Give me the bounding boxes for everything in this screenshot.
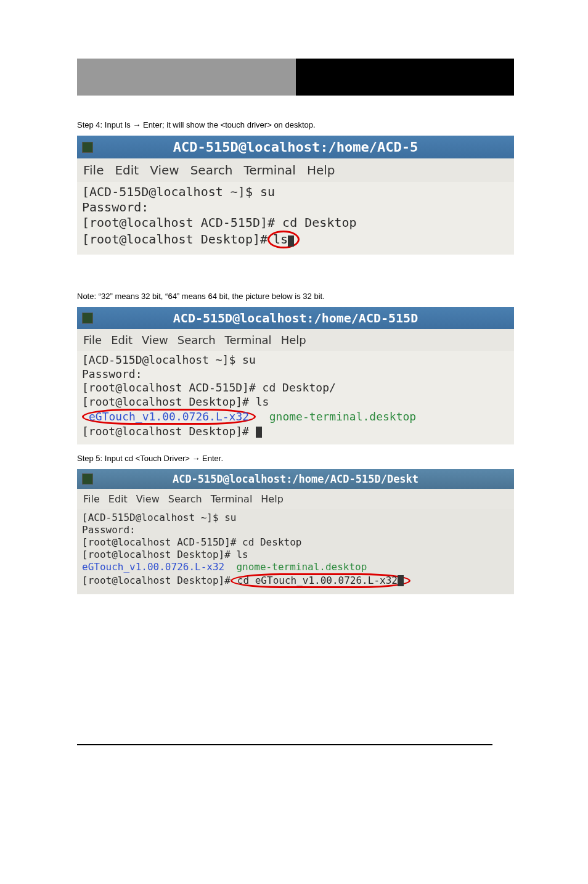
cursor — [398, 575, 404, 586]
file-name: gnome-terminal.desktop — [224, 561, 367, 573]
arrow-icon: → — [133, 120, 141, 129]
terminal-window-2: ACD-515D@localhost:/home/ACD-515D File E… — [77, 307, 514, 444]
menu-search[interactable]: Search — [168, 493, 202, 505]
terminal-line: [root@localhost ACD-515D]# cd Desktop — [82, 215, 509, 231]
cmd-cd: cd eGTouch_v1.00.0726.L-x32 — [237, 575, 398, 586]
prompt: [root@localhost Desktop]# — [82, 232, 267, 247]
menu-bar: File Edit View Search Terminal Help — [77, 158, 514, 182]
instr2-post: Enter. — [200, 454, 223, 463]
terminal-line: [ACD-515D@localhost ~]$ su — [82, 184, 509, 200]
terminal-line: [root@localhost ACD-515D]# cd Desktop — [82, 536, 509, 549]
window-title: ACD-515D@localhost:/home/ACD-515D/Deskt — [173, 473, 419, 485]
menu-help[interactable]: Help — [261, 493, 283, 505]
terminal-line: [root@localhost Desktop]# — [82, 425, 509, 439]
title-bar: ACD-515D@localhost:/home/ACD-515D/Deskt — [77, 469, 514, 489]
terminal-line: eGTouch_v1.00.0726.L-x32 gnome-terminal.… — [82, 561, 509, 573]
terminal-line: [root@localhost Desktop]# ls — [82, 395, 509, 409]
note-32-64: Note: “32” means 32 bit, “64” means 64 b… — [77, 292, 514, 301]
menu-file[interactable]: File — [83, 493, 100, 505]
menu-search[interactable]: Search — [190, 163, 233, 178]
app-icon — [82, 313, 93, 324]
terminal-body[interactable]: [ACD-515D@localhost ~]$ su Password: [ro… — [77, 351, 514, 444]
menu-bar: File Edit View Search Terminal Help — [77, 329, 514, 351]
dir-name: eGTouch_v1.00.0726.L-x32 — [82, 561, 224, 573]
terminal-window-1: ACD-515D@localhost:/home/ACD-5 File Edit… — [77, 136, 514, 255]
cursor — [288, 235, 294, 247]
terminal-line: [ACD-515D@localhost ~]$ su — [82, 353, 509, 367]
app-icon — [82, 473, 93, 485]
terminal-line: [root@localhost Desktop]# ls — [82, 549, 509, 561]
app-icon — [82, 142, 93, 153]
file-name: gnome-terminal.desktop — [256, 410, 416, 423]
window-title: ACD-515D@localhost:/home/ACD-515D — [173, 311, 418, 325]
terminal-line: Password: — [82, 200, 509, 215]
screenshot-1: ACD-515D@localhost:/home/ACD-5 File Edit… — [77, 136, 514, 255]
menu-help[interactable]: Help — [307, 163, 335, 178]
cursor — [256, 427, 262, 438]
terminal-line: [root@localhost ACD-515D]# cd Desktop/ — [82, 381, 509, 395]
tab-left — [77, 59, 296, 96]
prompt: [root@localhost Desktop]# — [82, 425, 256, 438]
menu-search[interactable]: Search — [178, 334, 216, 346]
menu-edit[interactable]: Edit — [111, 334, 133, 346]
terminal-window-3: ACD-515D@localhost:/home/ACD-515D/Deskt … — [77, 469, 514, 594]
highlight-circle: eGTouch_v1.00.0726.L-x32 — [82, 409, 256, 425]
highlight-circle: cd eGTouch_v1.00.0726.L-x32 — [231, 573, 410, 588]
terminal-line: [root@localhost Desktop]#ls — [82, 231, 509, 248]
footer-divider — [77, 744, 492, 745]
terminal-line: eGTouch_v1.00.0726.L-x32 gnome-terminal.… — [82, 409, 509, 425]
terminal-body[interactable]: [ACD-515D@localhost ~]$ su Password: [ro… — [77, 182, 514, 255]
menu-bar: File Edit View Search Terminal Help — [77, 489, 514, 509]
menu-edit[interactable]: Edit — [108, 493, 128, 505]
menu-help[interactable]: Help — [281, 334, 306, 346]
arrow-icon: → — [192, 454, 200, 463]
screenshot-3: ACD-515D@localhost:/home/ACD-515D/Deskt … — [77, 469, 514, 594]
tab-right — [296, 59, 515, 96]
terminal-line: Password: — [82, 367, 509, 382]
screenshot-2: ACD-515D@localhost:/home/ACD-515D File E… — [77, 307, 514, 444]
instr2-pre: Step 5: Input cd <Touch Driver> — [77, 454, 192, 463]
title-bar: ACD-515D@localhost:/home/ACD-515D — [77, 307, 514, 329]
menu-edit[interactable]: Edit — [115, 163, 139, 178]
menu-terminal[interactable]: Terminal — [243, 163, 296, 178]
header-tabs — [77, 59, 514, 96]
instruction-step5: Step 5: Input cd <Touch Driver> → Enter. — [77, 454, 514, 463]
instr1-post: Enter; it will show the <touch driver> o… — [141, 120, 315, 129]
highlight-circle: ls — [267, 231, 300, 248]
menu-view[interactable]: View — [150, 163, 179, 178]
terminal-line: [ACD-515D@localhost ~]$ su — [82, 512, 509, 524]
menu-view[interactable]: View — [136, 493, 160, 505]
menu-view[interactable]: View — [142, 334, 168, 346]
window-title: ACD-515D@localhost:/home/ACD-5 — [173, 139, 418, 155]
menu-file[interactable]: File — [83, 334, 102, 346]
dir-name: eGTouch_v1.00.0726.L-x32 — [89, 410, 249, 423]
menu-terminal[interactable]: Terminal — [225, 334, 272, 346]
instr1-pre: Step 4: Input ls — [77, 120, 133, 129]
prompt: [root@localhost Desktop]# — [82, 575, 231, 586]
terminal-line: [root@localhost Desktop]#cd eGTouch_v1.0… — [82, 573, 509, 588]
title-bar: ACD-515D@localhost:/home/ACD-5 — [77, 136, 514, 158]
terminal-line: Password: — [82, 524, 509, 536]
cmd-ls: ls — [273, 232, 288, 247]
instruction-step4: Step 4: Input ls → Enter; it will show t… — [77, 120, 514, 129]
terminal-body[interactable]: [ACD-515D@localhost ~]$ su Password: [ro… — [77, 509, 514, 594]
menu-file[interactable]: File — [83, 163, 104, 178]
menu-terminal[interactable]: Terminal — [211, 493, 253, 505]
